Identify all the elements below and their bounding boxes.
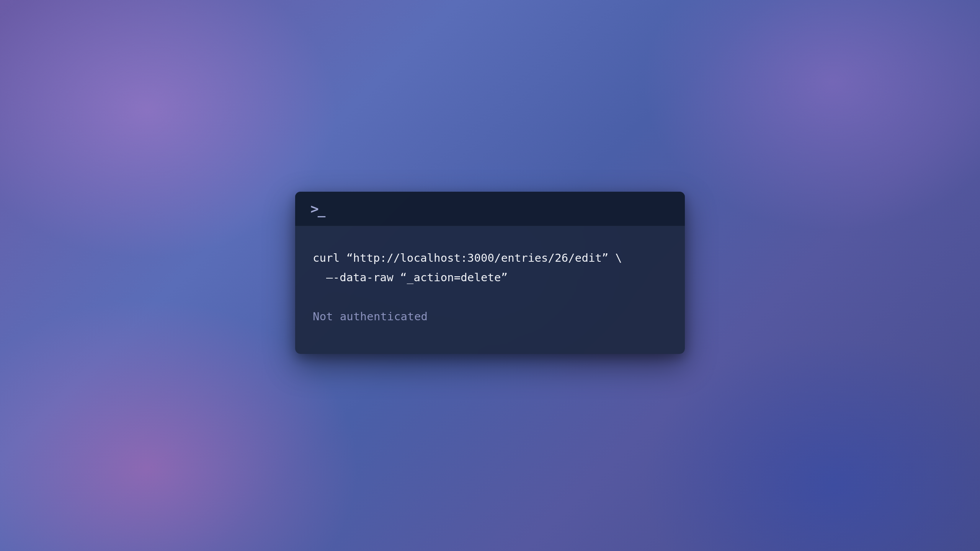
terminal-body[interactable]: curl “http://localhost:3000/entries/26/e… <box>295 226 685 354</box>
terminal-prompt-icon: >_ <box>310 201 325 217</box>
terminal-window: >_ curl “http://localhost:3000/entries/2… <box>295 192 685 354</box>
command-line-2: –-data-raw “_action=delete” <box>313 268 667 288</box>
terminal-titlebar[interactable]: >_ <box>295 192 685 226</box>
command-line-1: curl “http://localhost:3000/entries/26/e… <box>313 248 667 268</box>
terminal-output: Not authenticated <box>313 307 667 327</box>
